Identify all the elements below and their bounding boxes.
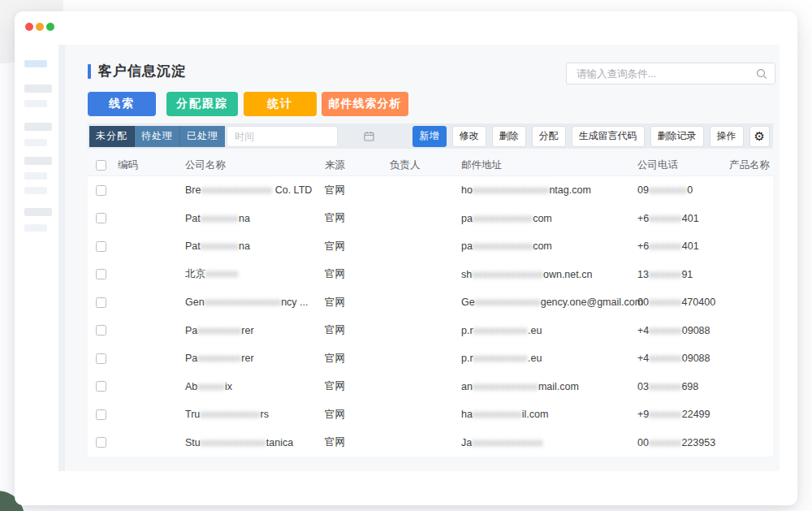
cell-source: 官网 <box>319 184 384 197</box>
time-filter-input[interactable] <box>227 131 364 142</box>
column-header-5: 邮件地址 <box>456 158 632 172</box>
action-button-5[interactable]: 生成留言代码 <box>572 126 645 147</box>
tabs: 线索分配跟踪统计邮件线索分析 <box>88 92 408 116</box>
sidebar-skeleton <box>24 57 54 232</box>
action-button-4[interactable]: 分配 <box>532 126 566 147</box>
row-checkbox[interactable] <box>96 381 106 392</box>
segment-2[interactable]: 待处理 <box>135 126 180 147</box>
cell-source: 官网 <box>319 323 384 337</box>
row-checkbox-cell <box>88 437 112 448</box>
sidebar-skeleton-bar <box>24 224 47 232</box>
action-button-7[interactable]: 操作 <box>710 126 744 147</box>
cell-email: paxxxxxxxxxxxcom <box>456 240 632 252</box>
sidebar-skeleton-bar <box>24 157 52 165</box>
cell-company: 北京xxxxxx <box>179 267 319 281</box>
app-window: 客户信息沉淀 线索分配跟踪统计邮件线索分析 未分配待处理已处理 <box>15 11 797 505</box>
leads-table: 编码公司名称来源负责人邮件地址公司电话产品名称 Brexxxxxxxxxxxxx… <box>88 154 773 457</box>
traffic-lights <box>25 23 54 31</box>
cell-company: Stuxxxxxxxxxxxxtanica <box>179 437 319 448</box>
table-row: Patxxxxxxxna官网paxxxxxxxxxxxcom+6xxxxxx40… <box>88 232 773 261</box>
gear-icon[interactable]: ⚙︎ <box>749 126 770 147</box>
calendar-icon <box>364 131 374 141</box>
cell-source: 官网 <box>319 435 384 449</box>
cell-phone: 00xxxxxx223953 <box>632 437 723 448</box>
row-checkbox[interactable] <box>96 409 106 420</box>
row-checkbox[interactable] <box>96 437 106 448</box>
row-checkbox-cell <box>88 381 112 392</box>
table-row: Paxxxxxxxxrer官网p.rxxxxxxxxxx.eu+4xxxxxx0… <box>88 317 773 345</box>
row-checkbox[interactable] <box>96 269 106 279</box>
search-input[interactable] <box>567 68 756 80</box>
cell-phone: 09xxxxxxx0 <box>632 184 723 196</box>
cell-company: Abxxxxxix <box>179 381 319 392</box>
cell-phone: 00xxxxxx470400 <box>632 297 723 308</box>
cell-company: Paxxxxxxxxrer <box>179 353 319 364</box>
table-row: Brexxxxxxxxxxxxx Co. LTD官网hoxxxxxxxxxxxx… <box>88 176 773 205</box>
sidebar-skeleton-bar <box>24 139 47 146</box>
table-row: Truxxxxxxxxxxxrs官网haxxxxxxxxxil.com+9xxx… <box>88 401 773 429</box>
row-checkbox-cell <box>88 353 112 364</box>
cell-source: 官网 <box>319 296 384 310</box>
cell-phone: +6xxxxxx401 <box>632 213 723 224</box>
table-row: Paxxxxxxxxrer官网p.rxxxxxxxxxx.eu+4xxxxxx0… <box>88 344 773 373</box>
row-checkbox[interactable] <box>96 297 106 308</box>
sidebar-skeleton-bar <box>24 84 52 93</box>
cell-source: 官网 <box>319 240 384 253</box>
action-button-3[interactable]: 删除 <box>492 126 526 147</box>
segment-3[interactable]: 已处理 <box>180 126 225 147</box>
table-row: Stuxxxxxxxxxxxxtanica官网Jaxxxxxxxxxxxxx00… <box>88 429 773 457</box>
tab-4[interactable]: 邮件线索分析 <box>322 92 408 116</box>
cell-email: Gexxxxxxxxxxxxgency.one@gmail.com <box>456 297 632 308</box>
close-window-button[interactable] <box>25 23 33 31</box>
sidebar-skeleton-bar <box>24 123 52 131</box>
title-row: 客户信息沉淀 <box>88 62 186 80</box>
minimize-window-button[interactable] <box>36 23 44 31</box>
panel-gutter <box>58 45 65 471</box>
column-header-3: 来源 <box>319 158 384 172</box>
table-row: Genxxxxxxxxxxxxxxncy ...官网Gexxxxxxxxxxxx… <box>88 288 773 317</box>
row-checkbox[interactable] <box>96 213 106 223</box>
cell-source: 官网 <box>319 379 384 393</box>
zoom-window-button[interactable] <box>46 23 54 31</box>
cell-email: Jaxxxxxxxxxxxxx <box>456 437 632 448</box>
row-checkbox[interactable] <box>96 353 106 364</box>
select-all-checkbox[interactable] <box>96 160 106 171</box>
row-checkbox-cell <box>88 325 112 336</box>
table-row: Patxxxxxxxna官网paxxxxxxxxxxxcom+6xxxxxx40… <box>88 205 773 233</box>
row-checkbox-cell <box>88 241 112 252</box>
row-checkbox[interactable] <box>96 325 106 336</box>
sidebar-skeleton-bar <box>24 100 47 107</box>
cell-company: Patxxxxxxxna <box>179 240 319 252</box>
tab-3[interactable]: 统计 <box>244 92 317 116</box>
action-button-1[interactable]: 新增 <box>412 126 447 147</box>
tab-2[interactable]: 分配跟踪 <box>166 92 238 116</box>
cell-phone: +4xxxxxx09088 <box>632 353 723 364</box>
segment-1[interactable]: 未分配 <box>89 126 135 147</box>
filter-toolbar: 未分配待处理已处理 新增修改删除分配生成留言代码删除记录操作⚙︎ <box>88 123 773 149</box>
row-checkbox-cell <box>88 185 112 196</box>
search-box <box>566 63 775 84</box>
column-header-7: 产品名称 <box>723 158 773 172</box>
cell-source: 官网 <box>319 267 384 281</box>
action-button-2[interactable]: 修改 <box>452 126 486 147</box>
action-button-6[interactable]: 删除记录 <box>650 126 704 147</box>
cell-email: p.rxxxxxxxxxx.eu <box>456 325 632 336</box>
status-segments: 未分配待处理已处理 <box>89 126 225 147</box>
cell-source: 官网 <box>319 352 384 366</box>
row-checkbox[interactable] <box>96 185 106 196</box>
cell-source: 官网 <box>319 211 384 225</box>
tab-1[interactable]: 线索 <box>88 92 156 116</box>
cell-company: Paxxxxxxxxrer <box>179 325 319 336</box>
table-row: 北京xxxxxx官网shxxxxxxxxxxxxxown.net.cn13xxx… <box>88 261 773 289</box>
sidebar-skeleton-bar <box>24 208 52 216</box>
row-checkbox-cell <box>88 409 112 420</box>
row-checkbox[interactable] <box>96 241 106 252</box>
sidebar-skeleton-bar <box>24 187 47 194</box>
cell-phone: +6xxxxxx401 <box>632 240 723 252</box>
cell-company: Genxxxxxxxxxxxxxxncy ... <box>179 297 319 308</box>
column-header-2: 公司名称 <box>179 158 319 172</box>
sidebar-skeleton-bar <box>24 60 47 67</box>
time-filter <box>227 126 338 147</box>
table-body: Brexxxxxxxxxxxxx Co. LTD官网hoxxxxxxxxxxxx… <box>88 176 773 457</box>
row-checkbox-cell <box>88 213 112 223</box>
